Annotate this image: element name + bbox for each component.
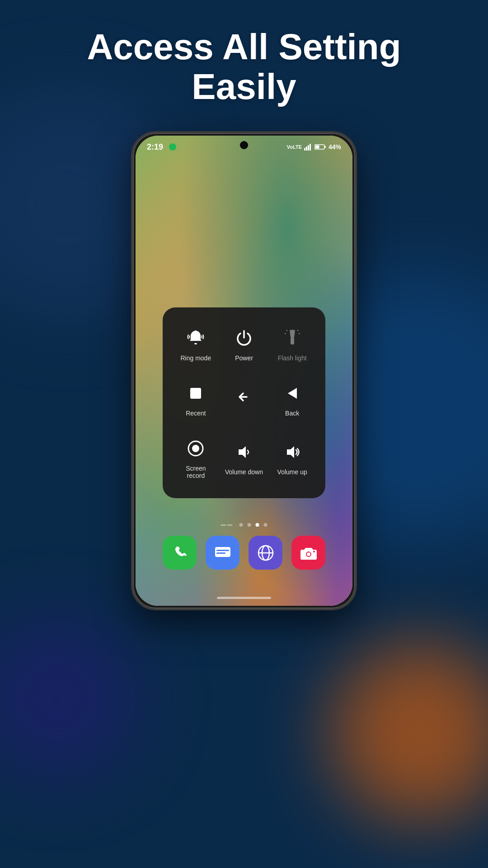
- svg-rect-6: [315, 146, 319, 149]
- volte-icon: VoLTE: [287, 144, 302, 150]
- page-title: Access All Setting Easily: [0, 27, 488, 107]
- power-icon: [232, 326, 256, 350]
- home-dock: [163, 536, 325, 570]
- dock-messages-icon[interactable]: [206, 536, 239, 570]
- bell-icon: [184, 326, 207, 350]
- signal-icon: [304, 143, 312, 151]
- phone-screen: 2:19 VoLTE: [136, 136, 352, 606]
- page-dot-2: [248, 523, 251, 527]
- svg-rect-0: [304, 148, 305, 151]
- messages-app-icon: [213, 543, 232, 562]
- bg-decoration-3: [330, 642, 488, 823]
- back-label: Back: [285, 410, 299, 417]
- dot-lines: [221, 524, 233, 526]
- page-dot-3-active: [256, 523, 259, 527]
- svg-marker-19: [287, 446, 294, 458]
- nav-bar: [217, 597, 271, 599]
- battery-percent: 44%: [328, 143, 341, 151]
- svg-rect-22: [216, 552, 225, 554]
- spotify-icon: [169, 143, 176, 151]
- svg-rect-5: [324, 146, 326, 148]
- ring-mode-label: Ring mode: [180, 354, 211, 362]
- svg-line-11: [297, 330, 298, 331]
- power-label: Power: [235, 354, 253, 362]
- recent-label: Recent: [186, 410, 206, 417]
- bg-decoration-4: [0, 619, 136, 778]
- ctrl-volume-up[interactable]: Volume up: [268, 427, 316, 489]
- dock-internet-icon[interactable]: [249, 536, 282, 570]
- camera-app-icon: [299, 543, 318, 562]
- svg-rect-20: [215, 547, 230, 557]
- svg-point-27: [307, 552, 310, 556]
- ctrl-ring-mode[interactable]: Ring mode: [172, 316, 220, 372]
- svg-point-17: [192, 445, 199, 452]
- svg-marker-15: [288, 388, 297, 399]
- page-dot-1: [239, 523, 243, 527]
- svg-rect-8: [291, 337, 294, 344]
- back-triangle-icon: [281, 382, 304, 405]
- volume-up-icon: [281, 440, 304, 464]
- page-dot-4: [264, 523, 267, 527]
- ctrl-back[interactable]: Back: [268, 372, 316, 427]
- svg-marker-18: [239, 446, 246, 458]
- power-button: [356, 259, 357, 296]
- internet-app-icon: [256, 543, 275, 562]
- phone-mockup: 2:19 VoLTE: [131, 131, 357, 610]
- svg-rect-1: [306, 146, 307, 151]
- arrow-left-icon: [232, 385, 256, 409]
- screen-record-label: Screen record: [176, 465, 216, 479]
- dock-phone-icon[interactable]: [163, 536, 197, 570]
- camera-cutout: [240, 141, 248, 149]
- recent-icon: [184, 382, 207, 405]
- control-panel: Ring mode Power: [163, 307, 325, 498]
- volume-up-button: [131, 232, 132, 259]
- battery-icon: [314, 144, 326, 150]
- flashlight-icon: [281, 326, 304, 350]
- ctrl-power[interactable]: Power: [220, 316, 268, 372]
- svg-marker-7: [290, 330, 295, 337]
- title-line1: Access All Setting: [87, 27, 401, 67]
- ctrl-flashlight[interactable]: Flash light: [268, 316, 316, 372]
- title-line2: Easily: [192, 66, 296, 107]
- ctrl-volume-down[interactable]: Volume down: [220, 427, 268, 489]
- volume-down-button: [131, 269, 132, 296]
- flashlight-label: Flash light: [278, 354, 307, 362]
- svg-rect-14: [190, 388, 201, 399]
- ctrl-recent[interactable]: Recent: [172, 372, 220, 427]
- page-dots: [221, 523, 267, 527]
- phone-app-icon: [171, 544, 189, 562]
- record-icon: [184, 437, 207, 460]
- ctrl-home-arrow[interactable]: [220, 372, 268, 427]
- phone-frame: 2:19 VoLTE: [131, 131, 357, 610]
- dock-camera-icon[interactable]: [291, 536, 325, 570]
- ctrl-screen-record[interactable]: Screen record: [172, 427, 220, 489]
- volume-up-label: Volume up: [277, 468, 307, 476]
- dot-line-2: [227, 524, 233, 526]
- volume-down-icon: [232, 440, 256, 464]
- svg-rect-3: [310, 144, 311, 151]
- svg-rect-2: [308, 145, 309, 151]
- status-icons: VoLTE 44%: [287, 143, 341, 151]
- svg-point-28: [313, 551, 315, 552]
- dot-line-1: [221, 524, 226, 526]
- status-time: 2:19: [147, 142, 163, 152]
- svg-rect-21: [216, 550, 229, 551]
- volume-down-label: Volume down: [225, 468, 263, 476]
- svg-line-10: [286, 330, 287, 331]
